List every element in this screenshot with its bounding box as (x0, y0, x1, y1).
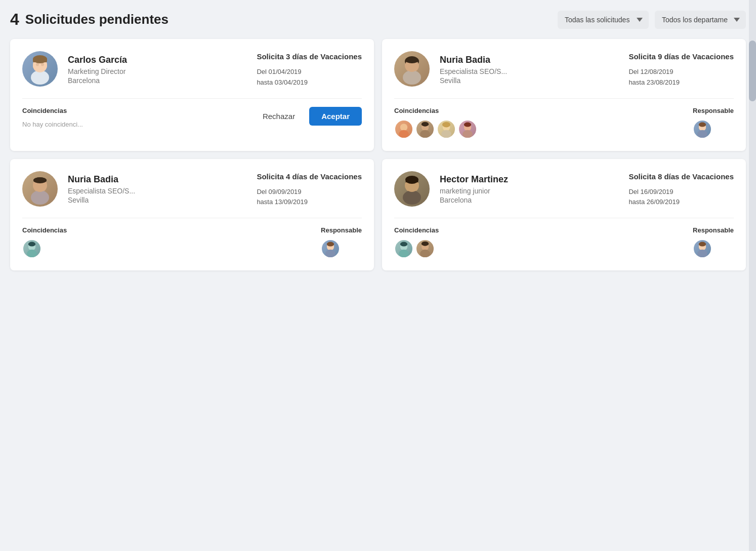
svg-point-49 (699, 242, 706, 247)
card-nuria-badia-top: Nuria Badia Especialista SEO/S... Sevill… (382, 39, 746, 151)
request-info: Solicita 3 días de Vacaciones Del 01/04/… (257, 51, 362, 88)
person-info: Nuria Badia Especialista SEO/S... Sevill… (440, 51, 507, 88)
svg-point-32 (27, 250, 37, 257)
card-top: Carlos García Marketing Director Barcelo… (22, 51, 362, 88)
svg-point-43 (400, 242, 407, 247)
svg-point-1 (31, 70, 49, 85)
mini-avatar (415, 239, 435, 258)
card-divider (22, 98, 362, 99)
person-info: Carlos García Marketing Director Barcelo… (68, 51, 127, 88)
svg-point-25 (699, 122, 706, 127)
svg-point-46 (422, 242, 429, 246)
actions: Rechazar Aceptar (257, 107, 362, 126)
svg-point-21 (463, 130, 473, 137)
svg-point-38 (403, 190, 421, 205)
request-date: Del 16/09/2019 hasta 26/09/2019 (628, 187, 734, 208)
filters: Todas las solicitudes Vacaciones Permiso… (558, 11, 746, 29)
coincidences-avatars (394, 239, 678, 258)
page-header: 4 Solicitudes pendientes Todas las solic… (10, 10, 746, 29)
person-role: Especialista SEO/S... (68, 187, 135, 195)
svg-point-15 (420, 130, 430, 137)
cards-grid: Carlos García Marketing Director Barcelo… (10, 39, 746, 270)
person-role: Marketing Director (68, 67, 127, 75)
mini-avatar (394, 120, 413, 139)
scrollbar[interactable] (749, 0, 756, 281)
card-bottom: Coincidencias Responsable (394, 226, 734, 258)
svg-point-11 (405, 57, 418, 63)
svg-point-30 (33, 177, 47, 183)
scrollbar-thumb[interactable] (749, 41, 756, 101)
responsable-section: Responsable (321, 226, 362, 258)
mini-avatar-responsable (693, 239, 712, 258)
coincidences-section: Coincidencias (394, 226, 678, 258)
responsable-avatar (693, 239, 734, 258)
svg-point-36 (327, 242, 334, 247)
request-title: Solicita 8 días de Vacaciones (628, 171, 734, 182)
responsable-avatar (693, 120, 734, 139)
filter-solicitudes[interactable]: Todas las solicitudes Vacaciones Permiso… (558, 11, 649, 29)
avatar (394, 51, 430, 87)
person-info: Hector Martinez marketing junior Barcelo… (440, 171, 508, 208)
request-title: Solicita 9 días de Vacaciones (628, 51, 734, 62)
person-city: Sevilla (68, 196, 135, 204)
coincidences-label: Coincidencias (394, 107, 678, 114)
person-city: Sevilla (440, 76, 507, 85)
person-name: Nuria Badia (440, 55, 507, 65)
card-bottom: Coincidencias No hay coincidenci... Rech… (22, 107, 362, 129)
coincidences-label: Coincidencias (394, 226, 678, 234)
svg-point-27 (31, 190, 49, 205)
svg-point-35 (325, 250, 335, 257)
card-divider (394, 218, 734, 218)
request-date: Del 01/04/2019 hasta 03/04/2019 (257, 67, 362, 88)
coincidences-label: Coincidencias (22, 107, 241, 114)
coincidences-avatars (394, 120, 678, 139)
mini-avatar (22, 239, 41, 258)
request-info: Solicita 8 días de Vacaciones Del 16/09/… (628, 171, 734, 208)
svg-point-22 (464, 122, 471, 127)
coincidences-section: Coincidencias (22, 226, 306, 258)
svg-point-33 (28, 242, 35, 247)
card-bottom: Coincidencias Respon (394, 107, 734, 139)
person-city: Barcelona (68, 76, 127, 85)
svg-point-48 (697, 250, 707, 257)
request-title: Solicita 3 días de Vacaciones (257, 51, 362, 62)
svg-rect-6 (33, 58, 47, 62)
coincidences-section: Coincidencias No hay coincidenci... (22, 107, 241, 129)
accept-button[interactable]: Aceptar (309, 107, 362, 126)
card-divider (394, 98, 734, 99)
mini-avatar (437, 120, 456, 139)
request-info: Solicita 9 días de Vacaciones Del 12/08/… (628, 51, 734, 88)
responsable-avatar (321, 239, 362, 258)
person-name: Nuria Badia (68, 174, 135, 185)
page-title: Solicitudes pendientes (25, 12, 169, 27)
avatar (22, 171, 58, 207)
svg-point-13 (399, 130, 409, 137)
svg-point-42 (399, 250, 409, 257)
responsable-section: Responsable (693, 226, 734, 258)
responsable-label: Responsable (693, 107, 734, 114)
card-top: Hector Martinez marketing junior Barcelo… (394, 171, 734, 208)
person-city: Barcelona (440, 196, 508, 204)
mini-avatar (394, 239, 413, 258)
mini-avatar-responsable (693, 120, 712, 139)
card-divider (22, 218, 362, 218)
responsable-label: Responsable (693, 226, 734, 234)
mini-avatar-responsable (321, 239, 340, 258)
card-top: Nuria Badia Especialista SEO/S... Sevill… (394, 51, 734, 88)
pending-count: 4 (10, 10, 19, 29)
person-info: Nuria Badia Especialista SEO/S... Sevill… (68, 171, 135, 208)
filter-departamentos[interactable]: Todos los departame Marketing Ventas IT (655, 11, 746, 29)
person-name: Carlos García (68, 55, 127, 65)
no-coincidences-text: No hay coincidenci... (22, 121, 83, 128)
person-name: Hector Martinez (440, 174, 508, 185)
responsable-label: Responsable (321, 226, 362, 234)
coincidences-avatars (22, 239, 306, 258)
card-nuria-badia-bottom: Nuria Badia Especialista SEO/S... Sevill… (10, 159, 374, 271)
request-info: Solicita 4 días de Vacaciones Del 09/09/… (257, 171, 362, 208)
request-title: Solicita 4 días de Vacaciones (257, 171, 362, 182)
person-role: Especialista SEO/S... (440, 67, 507, 75)
svg-point-18 (441, 130, 451, 137)
reject-button[interactable]: Rechazar (257, 108, 301, 125)
svg-point-8 (403, 70, 421, 85)
avatar (394, 171, 430, 207)
